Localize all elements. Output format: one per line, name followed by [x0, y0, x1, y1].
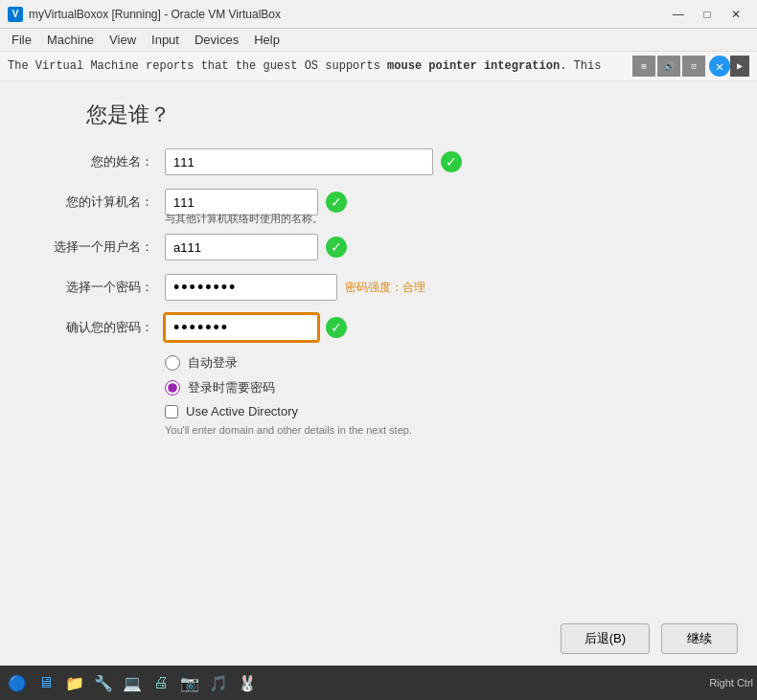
- computer-hint: 与其他计算机联络时使用的名称。: [165, 212, 709, 226]
- notification-close-button[interactable]: ✕: [709, 56, 730, 77]
- bottom-nav: 后退(B) 继续: [0, 612, 757, 666]
- status-box-2: 🔊: [657, 56, 680, 77]
- auto-login-row: 自动登录: [165, 354, 709, 372]
- window-controls: — □ ✕: [665, 4, 749, 25]
- confirm-password-row: 确认您的密码： ✓: [48, 314, 709, 341]
- password-label: 选择一个密码：: [48, 279, 153, 296]
- notification-bar: The Virtual Machine reports that the gue…: [0, 52, 757, 81]
- auto-login-label: 自动登录: [188, 354, 238, 372]
- ad-hint: You'll enter domain and other details in…: [165, 424, 709, 436]
- back-button[interactable]: 后退(B): [561, 623, 650, 654]
- menu-bar: File Machine View Input Devices Help: [0, 29, 757, 52]
- taskbar-icon-1[interactable]: 🔵: [4, 669, 31, 696]
- taskbar-icon-8[interactable]: 🎵: [205, 669, 232, 696]
- password-row: 选择一个密码： 密码强度：合理: [48, 274, 709, 301]
- password-strength: 密码强度：合理: [345, 280, 425, 296]
- confirm-input[interactable]: [165, 314, 318, 341]
- notification-side-button[interactable]: ▶: [730, 56, 749, 77]
- username-input[interactable]: [165, 234, 318, 260]
- login-options: 自动登录 登录时需要密码 Use Active Directory You'll…: [165, 354, 709, 436]
- taskbar-icon-5[interactable]: 💻: [119, 669, 146, 696]
- use-ad-row: Use Active Directory: [165, 404, 709, 418]
- menu-view[interactable]: View: [102, 31, 144, 49]
- right-ctrl-label: Right Ctrl: [709, 677, 753, 689]
- computer-check-icon: ✓: [326, 192, 347, 213]
- status-box-1: ⊞: [632, 56, 655, 77]
- confirm-check-icon: ✓: [326, 317, 347, 338]
- taskbar-icon-4[interactable]: 🔧: [90, 669, 117, 696]
- notification-reports: reports: [146, 59, 194, 73]
- require-password-row: 登录时需要密码: [165, 379, 709, 396]
- taskbar-icon-2[interactable]: 🖥: [33, 669, 59, 696]
- menu-machine[interactable]: Machine: [39, 31, 102, 49]
- minimize-button[interactable]: —: [665, 4, 692, 25]
- page-title: 您是谁？: [48, 101, 709, 129]
- name-row: 您的姓名： ✓: [48, 148, 709, 175]
- name-check-icon: ✓: [441, 151, 462, 172]
- window-title: myVirtualBoxox [Running] - Oracle VM Vir…: [29, 8, 665, 21]
- menu-file[interactable]: File: [4, 31, 39, 49]
- menu-help[interactable]: Help: [246, 31, 287, 49]
- status-indicators: ⊞ 🔊 ⊡: [632, 56, 705, 77]
- require-password-label: 登录时需要密码: [188, 379, 275, 396]
- maximize-button[interactable]: □: [694, 4, 721, 25]
- username-row: 选择一个用户名： ✓: [48, 234, 709, 260]
- computer-label: 您的计算机名：: [48, 193, 153, 211]
- title-bar: V myVirtualBoxox [Running] - Oracle VM V…: [0, 0, 757, 29]
- use-ad-checkbox[interactable]: [165, 405, 178, 418]
- status-box-3: ⊡: [682, 56, 705, 77]
- taskbar-icon-6[interactable]: 🖨: [148, 669, 174, 696]
- auto-login-radio[interactable]: [165, 355, 180, 371]
- notification-text: The Virtual Machine reports that the gue…: [8, 59, 629, 73]
- confirm-label: 确认您的密码：: [48, 319, 153, 336]
- taskbar-icon-3[interactable]: 📁: [61, 669, 88, 696]
- taskbar-right: Right Ctrl: [709, 677, 753, 689]
- password-input[interactable]: [165, 274, 337, 301]
- taskbar-icons: 🔵 🖥 📁 🔧 💻 🖨 📷 🎵 🐰: [4, 669, 261, 696]
- menu-input[interactable]: Input: [144, 31, 187, 49]
- taskbar-icon-9[interactable]: 🐰: [234, 669, 261, 696]
- name-input[interactable]: [165, 148, 433, 175]
- close-button[interactable]: ✕: [723, 4, 749, 25]
- use-ad-label: Use Active Directory: [186, 404, 298, 418]
- username-label: 选择一个用户名：: [48, 238, 153, 256]
- name-label: 您的姓名：: [48, 153, 153, 170]
- app-icon: V: [8, 7, 23, 22]
- menu-devices[interactable]: Devices: [187, 31, 246, 49]
- username-check-icon: ✓: [326, 237, 347, 258]
- require-password-radio[interactable]: [165, 380, 180, 395]
- taskbar: 🔵 🖥 📁 🔧 💻 🖨 📷 🎵 🐰 Right Ctrl: [0, 666, 757, 700]
- taskbar-icon-7[interactable]: 📷: [176, 669, 203, 696]
- continue-button[interactable]: 继续: [661, 623, 738, 654]
